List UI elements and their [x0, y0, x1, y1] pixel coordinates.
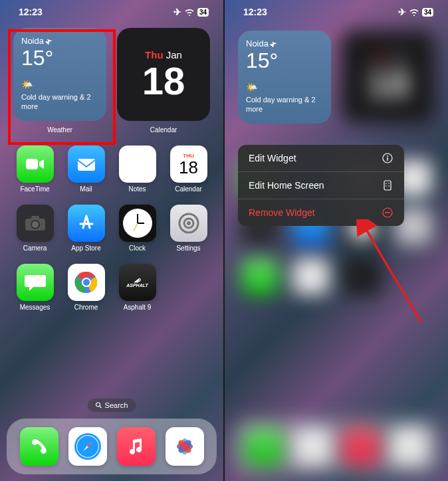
weather-location: Noida	[21, 36, 44, 46]
airplane-icon: ✈︎	[173, 7, 181, 17]
svg-point-33	[388, 183, 390, 184]
info-icon	[382, 153, 393, 163]
app-calendar[interactable]: THU18Calendar	[167, 145, 210, 193]
widget-context-menu: Edit Widget Edit Home Screen Remove Widg…	[238, 145, 404, 226]
weather-widget-focused[interactable]: Noida 15° 🌤️ Cold day warning & 2 more	[238, 31, 331, 124]
svg-rect-1	[78, 159, 95, 171]
status-bar: 12:23 ✈︎ 34	[0, 0, 223, 20]
svg-point-32	[386, 183, 387, 184]
weather-condition-icon: 🌤️	[246, 82, 323, 92]
svg-point-29	[387, 155, 388, 157]
app-notes[interactable]: Notes	[116, 145, 159, 193]
weather-condition-icon: 🌤️	[21, 79, 98, 90]
svg-rect-31	[384, 181, 391, 190]
app-clock[interactable]: Clock	[116, 205, 159, 252]
svg-point-35	[388, 185, 390, 187]
airplane-icon: ✈︎	[398, 7, 406, 17]
dock-safari[interactable]	[68, 427, 107, 466]
calendar-month: Jan	[166, 49, 182, 60]
home-screen-left: 12:23 ✈︎ 34 Noida 15° 🌤️ Cold day warnin…	[0, 0, 223, 481]
dock-photos[interactable]	[166, 427, 204, 466]
weather-temp: 15°	[21, 47, 98, 68]
menu-edit-home-screen[interactable]: Edit Home Screen	[238, 172, 404, 199]
status-time: 12:23	[243, 7, 267, 17]
calendar-widget-label: Calendar	[117, 126, 210, 134]
weather-warning: Cold day warning & 2 more	[21, 92, 98, 112]
home-screen-right: Thu Jan 18 12:23 ✈︎	[225, 0, 448, 481]
svg-point-14	[83, 279, 90, 286]
phone-frame-icon	[382, 180, 393, 191]
dock-music[interactable]	[117, 427, 156, 466]
svg-point-34	[386, 185, 387, 187]
battery-level: 34	[197, 8, 209, 17]
svg-line-8	[134, 223, 138, 231]
svg-point-5	[32, 221, 39, 228]
app-chrome[interactable]: Chrome	[64, 264, 108, 311]
svg-rect-30	[387, 157, 388, 161]
calendar-widget[interactable]: Thu Jan 18	[117, 28, 210, 121]
menu-edit-widget[interactable]: Edit Widget	[238, 145, 404, 172]
search-button[interactable]: Search	[88, 399, 136, 412]
app-settings[interactable]: Settings	[167, 205, 210, 252]
calendar-dow: Thu	[145, 49, 164, 60]
calendar-day: 18	[142, 62, 185, 100]
search-icon	[96, 402, 102, 409]
weather-widget[interactable]: Noida 15° 🌤️ Cold day warning & 2 more	[13, 28, 106, 121]
menu-remove-widget[interactable]: Remove Widget	[238, 199, 404, 226]
svg-line-16	[100, 407, 102, 409]
app-mail[interactable]: Mail	[64, 145, 108, 193]
dock	[7, 419, 217, 474]
app-appstore[interactable]: App Store	[64, 205, 108, 252]
location-arrow-icon	[270, 41, 277, 47]
wifi-icon	[409, 8, 419, 16]
status-time: 12:23	[19, 7, 43, 17]
svg-point-11	[187, 221, 191, 225]
status-bar: 12:23 ✈︎ 34	[225, 0, 448, 20]
app-facetime[interactable]: FaceTime	[13, 145, 56, 193]
battery-level: 34	[422, 8, 433, 17]
remove-icon	[382, 207, 393, 218]
app-camera[interactable]: Camera	[13, 205, 56, 252]
svg-point-15	[96, 403, 100, 407]
wifi-icon	[184, 8, 195, 16]
weather-widget-label: Weather	[13, 126, 106, 134]
svg-rect-0	[26, 159, 38, 169]
svg-rect-3	[31, 216, 39, 220]
app-asphalt[interactable]: ◢9ASPHALTAsphalt 9	[116, 264, 159, 311]
dock-phone[interactable]	[20, 427, 58, 466]
app-messages[interactable]: Messages	[13, 264, 56, 311]
location-arrow-icon	[45, 38, 52, 45]
